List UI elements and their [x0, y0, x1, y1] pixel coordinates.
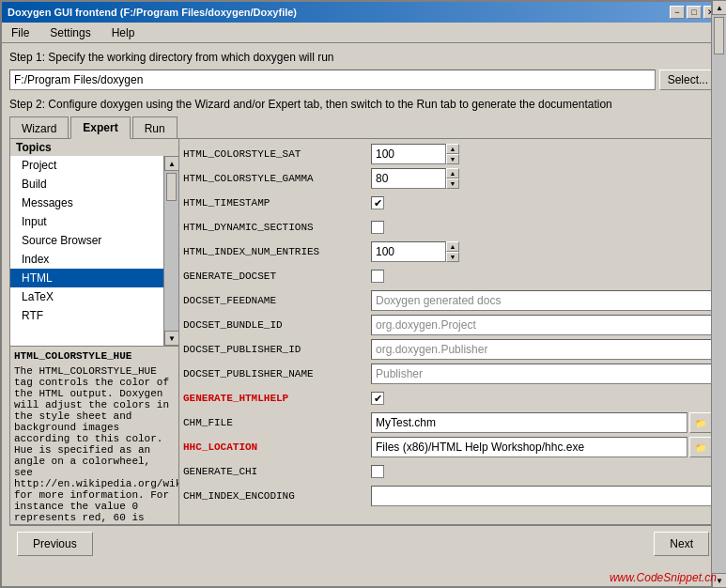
topic-messages[interactable]: Messages — [10, 193, 163, 212]
help-text-panel: HTML_COLORSTYLE_HUE The HTML_COLORSTYLE_… — [10, 346, 178, 524]
setting-row-chm-file: CHM_FILE 📁 — [183, 411, 712, 434]
spinbox-index-num-input[interactable] — [371, 241, 446, 262]
menu-settings[interactable]: Settings — [44, 24, 96, 41]
setting-name-index-num: HTML_INDEX_NUM_ENTRIES — [183, 246, 371, 257]
input-publisher-name[interactable] — [371, 364, 712, 384]
setting-row-gamma: HTML_COLORSTYLE_GAMMA ▲ ▼ — [183, 167, 712, 190]
topic-build[interactable]: Build — [10, 175, 163, 193]
spinbox-sat-up[interactable]: ▲ — [446, 144, 459, 154]
checkbox-docset[interactable] — [371, 270, 384, 283]
maximize-button[interactable]: □ — [687, 6, 702, 19]
tab-run[interactable]: Run — [132, 116, 178, 139]
topics-scroll-down[interactable]: ▼ — [164, 331, 178, 346]
topic-latex[interactable]: LaTeX — [10, 287, 163, 306]
setting-name-sat: HTML_COLORSTYLE_SAT — [183, 148, 371, 160]
help-title: HTML_COLORSTYLE_HUE — [14, 350, 175, 362]
step2-label: Step 2: Configure doxygen using the Wiza… — [9, 98, 717, 111]
setting-row-publisher-name: DOCSET_PUBLISHER_NAME — [183, 363, 712, 385]
folder-icon: 📁 — [695, 418, 706, 428]
spinbox-index-num: ▲ ▼ — [371, 241, 459, 262]
input-chm-encoding[interactable] — [371, 486, 712, 506]
spinbox-gamma-up[interactable]: ▲ — [446, 168, 459, 178]
spinbox-index-num-down[interactable]: ▼ — [446, 252, 459, 262]
watermark-area: www.CodeSnippet.cn — [2, 569, 724, 586]
topic-project[interactable]: Project — [10, 156, 163, 175]
topics-scrollbar: ▲ ▼ — [163, 156, 178, 346]
setting-name-timestamp: HTML_TIMESTAMP — [183, 197, 371, 209]
spinbox-gamma-input[interactable] — [371, 168, 446, 189]
setting-name-chm-file: CHM_FILE — [183, 417, 371, 428]
previous-button[interactable]: Previous — [17, 532, 93, 556]
setting-row-chi: GENERATE_CHI — [183, 460, 712, 483]
topics-scroll-track — [164, 171, 178, 331]
spinbox-sat-input[interactable] — [371, 144, 446, 164]
setting-name-chi: GENERATE_CHI — [183, 466, 371, 477]
browse-chm-button[interactable]: 📁 — [689, 412, 712, 433]
setting-row-index-num: HTML_INDEX_NUM_ENTRIES ▲ ▼ — [183, 240, 712, 263]
bottom-bar: Previous Next — [9, 525, 717, 562]
checkbox-dynamic[interactable] — [371, 221, 384, 234]
topic-rtf[interactable]: RTF — [10, 306, 163, 325]
browse-hhc-button[interactable]: 📁 — [689, 437, 712, 457]
file-browse-hhc: 📁 — [371, 437, 712, 457]
tab-expert[interactable]: Expert — [70, 116, 130, 139]
right-scrollbar: ▲ ▼ — [711, 139, 716, 524]
setting-name-feedname: DOCSET_FEEDNAME — [183, 295, 371, 306]
working-dir-row: Select... — [9, 70, 717, 90]
working-dir-input[interactable] — [9, 70, 656, 90]
input-chm-file[interactable] — [371, 412, 687, 433]
topics-panel: Topics Project Build Messages Input Sour… — [10, 139, 179, 524]
topics-header: Topics — [10, 139, 178, 156]
topic-source-browser[interactable]: Source Browser — [10, 231, 163, 250]
setting-name-htmlhelp: GENERATE_HTMLHELP — [183, 393, 371, 404]
topics-scroll-thumb[interactable] — [166, 173, 177, 201]
content-area: Step 1: Specify the working directory fr… — [2, 43, 724, 569]
checkbox-timestamp[interactable]: ✔ — [371, 196, 384, 209]
topic-html[interactable]: HTML — [10, 269, 163, 287]
spinbox-sat-down[interactable]: ▼ — [446, 154, 459, 164]
setting-row-feedname: DOCSET_FEEDNAME — [183, 289, 712, 312]
tabs-row: Wizard Expert Run — [9, 116, 717, 139]
right-scroll-track — [712, 139, 716, 524]
setting-row-bundle-id: DOCSET_BUNDLE_ID — [183, 314, 712, 336]
next-button[interactable]: Next — [654, 532, 709, 556]
checkbox-htmlhelp[interactable]: ✔ — [371, 392, 384, 405]
input-bundle-id[interactable] — [371, 315, 712, 335]
setting-name-gamma: HTML_COLORSTYLE_GAMMA — [183, 173, 371, 184]
file-browse-chm: 📁 — [371, 412, 712, 433]
tab-wizard[interactable]: Wizard — [9, 116, 69, 139]
topics-scroll-up[interactable]: ▲ — [164, 156, 178, 171]
input-feedname[interactable] — [371, 290, 712, 311]
checkbox-chi[interactable] — [371, 465, 384, 478]
spinbox-index-num-buttons: ▲ ▼ — [446, 241, 459, 262]
right-panel: HTML_COLORSTYLE_SAT ▲ ▼ HTML_COLORSTYLE_… — [179, 139, 716, 524]
menu-bar: File Settings Help — [2, 23, 724, 43]
setting-name-docset: GENERATE_DOCSET — [183, 271, 371, 282]
setting-name-hhc-location: HHC_LOCATION — [183, 441, 371, 453]
setting-row-sat: HTML_COLORSTYLE_SAT ▲ ▼ — [183, 143, 712, 165]
setting-row-chm-encoding: CHM_INDEX_ENCODING — [183, 485, 712, 507]
menu-file[interactable]: File — [6, 24, 35, 41]
topic-index[interactable]: Index — [10, 250, 163, 269]
spinbox-gamma-down[interactable]: ▼ — [446, 178, 459, 189]
title-bar: Doxygen GUI frontend (F:/Program Files/d… — [2, 2, 724, 23]
input-hhc-location[interactable] — [371, 437, 687, 457]
folder-icon-hhc: 📁 — [695, 442, 706, 453]
setting-row-publisher-id: DOCSET_PUBLISHER_ID — [183, 338, 712, 361]
help-content: The HTML_COLORSTYLE_HUE tag controls the… — [14, 365, 175, 524]
select-button[interactable]: Select... — [659, 70, 717, 90]
setting-name-publisher-name: DOCSET_PUBLISHER_NAME — [183, 368, 371, 379]
setting-row-hhc-location: HHC_LOCATION 📁 — [183, 436, 712, 458]
settings-list: HTML_COLORSTYLE_SAT ▲ ▼ HTML_COLORSTYLE_… — [179, 139, 716, 524]
spinbox-sat-buttons: ▲ ▼ — [446, 144, 459, 164]
input-publisher-id[interactable] — [371, 339, 712, 360]
spinbox-index-num-up[interactable]: ▲ — [446, 241, 459, 252]
setting-name-bundle-id: DOCSET_BUNDLE_ID — [183, 319, 371, 331]
window-title: Doxygen GUI frontend (F:/Program Files/d… — [8, 7, 297, 18]
topic-input[interactable]: Input — [10, 212, 163, 231]
minimize-button[interactable]: − — [670, 6, 685, 19]
spinbox-gamma: ▲ ▼ — [371, 168, 459, 189]
main-panel: Topics Project Build Messages Input Sour… — [9, 138, 717, 525]
topics-scroll-area: Project Build Messages Input Source Brow… — [10, 156, 178, 346]
menu-help[interactable]: Help — [106, 24, 141, 41]
